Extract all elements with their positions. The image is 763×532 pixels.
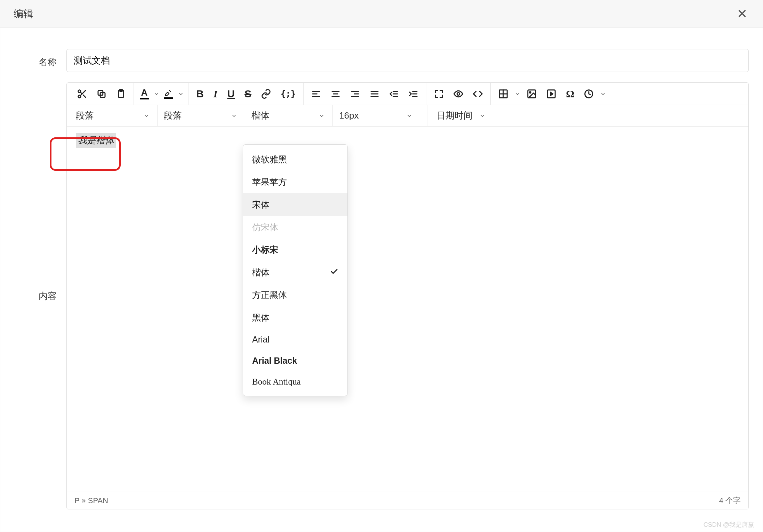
content-label: 内容: [14, 290, 66, 302]
font-option[interactable]: 方正黑体: [243, 284, 347, 306]
font-option[interactable]: Book Antiqua: [243, 371, 347, 392]
toolbar-row-1: A B I U S {;}: [67, 83, 748, 105]
content-row: 内容 A: [14, 82, 749, 509]
align-left-icon[interactable]: [308, 86, 324, 102]
block-format-select-1[interactable]: 段落: [70, 105, 157, 126]
block-format-2-value: 段落: [164, 110, 182, 122]
font-option[interactable]: Arial: [243, 329, 347, 350]
svg-marker-34: [551, 92, 553, 96]
close-icon[interactable]: ✕: [735, 6, 749, 22]
cut-icon[interactable]: [74, 86, 90, 102]
font-size-select[interactable]: 16px: [332, 105, 420, 126]
italic-button[interactable]: I: [210, 86, 221, 102]
font-option-label: Arial Black: [252, 356, 297, 366]
align-justify-icon[interactable]: [366, 86, 383, 102]
font-option[interactable]: 苹果苹方: [243, 171, 347, 193]
font-option[interactable]: 宋体: [243, 193, 347, 216]
preview-icon[interactable]: [450, 86, 467, 102]
special-char-icon[interactable]: Ω: [562, 86, 578, 102]
element-path[interactable]: P » SPAN: [74, 496, 108, 505]
text-color-button[interactable]: A: [138, 86, 151, 102]
font-option-label: 楷体: [252, 267, 270, 278]
block-format-select-2[interactable]: 段落: [157, 105, 245, 126]
modal-title: 编辑: [14, 7, 33, 21]
font-option[interactable]: 小标宋: [243, 239, 347, 261]
editor-content-area[interactable]: 我是楷体: [67, 127, 748, 492]
font-option[interactable]: 微软雅黑: [243, 148, 347, 171]
font-family-value: 楷体: [251, 110, 270, 122]
svg-line-4: [80, 92, 82, 94]
datetime-value: 日期时间: [436, 110, 473, 122]
history-icon[interactable]: [580, 86, 597, 102]
paste-icon[interactable]: [113, 86, 129, 102]
rich-editor: A B I U S {;}: [66, 82, 749, 492]
font-size-value: 16px: [339, 110, 359, 121]
name-row: 名称: [14, 49, 749, 72]
font-option-label: Arial: [252, 334, 270, 345]
align-right-icon[interactable]: [347, 86, 363, 102]
editor-statusbar: P » SPAN 4 个字: [66, 492, 749, 509]
font-family-select[interactable]: 楷体: [245, 105, 332, 126]
media-icon[interactable]: [543, 86, 560, 102]
font-option-label: 宋体: [252, 199, 270, 210]
font-option-label: 仿宋体: [252, 221, 278, 233]
highlight-color-button[interactable]: [162, 86, 175, 102]
table-icon[interactable]: [495, 86, 512, 102]
image-icon[interactable]: [523, 86, 540, 102]
bold-button[interactable]: B: [193, 86, 207, 102]
source-code-icon[interactable]: [469, 86, 486, 102]
modal-titlebar: 编辑 ✕: [0, 0, 763, 28]
datetime-select[interactable]: 日期时间: [427, 105, 493, 126]
font-option-label: 黑体: [252, 312, 270, 323]
fullscreen-icon[interactable]: [431, 86, 447, 102]
check-icon: [330, 267, 338, 278]
font-option-label: Book Antiqua: [252, 377, 301, 387]
table-chevron-icon[interactable]: [513, 86, 522, 102]
font-option[interactable]: 仿宋体: [243, 216, 347, 239]
watermark: CSDN @我是唐赢: [704, 521, 754, 529]
font-option-label: 微软雅黑: [252, 154, 287, 165]
svg-point-32: [530, 91, 531, 93]
font-option[interactable]: Arial Black: [243, 350, 347, 371]
chevron-down-icon: [142, 107, 151, 124]
chevron-down-icon: [317, 107, 326, 124]
indent-icon[interactable]: [405, 86, 422, 102]
chevron-down-icon: [478, 107, 487, 124]
svg-point-27: [457, 92, 460, 95]
outdent-icon[interactable]: [386, 86, 402, 102]
font-option-label: 方正黑体: [252, 289, 287, 301]
underline-button[interactable]: U: [224, 86, 238, 102]
chevron-down-icon: [405, 107, 414, 124]
code-block-button[interactable]: {;}: [277, 86, 299, 102]
font-option[interactable]: 楷体: [243, 261, 347, 284]
font-option-label: 苹果苹方: [252, 176, 287, 188]
name-input[interactable]: [66, 49, 749, 72]
font-family-dropdown: 微软雅黑苹果苹方宋体仿宋体小标宋楷体方正黑体黑体ArialArial Black…: [243, 144, 348, 396]
text-color-chevron-icon[interactable]: [152, 86, 161, 102]
align-center-icon[interactable]: [327, 86, 344, 102]
font-option[interactable]: 黑体: [243, 306, 347, 329]
modal-body: 名称 内容 A: [0, 28, 763, 532]
font-option-label: 小标宋: [252, 244, 278, 256]
strike-button[interactable]: S: [241, 86, 255, 102]
svg-line-3: [83, 95, 86, 97]
copy-icon[interactable]: [93, 86, 110, 102]
history-chevron-icon[interactable]: [599, 86, 608, 102]
block-format-1-value: 段落: [76, 110, 94, 122]
chevron-down-icon: [230, 107, 239, 124]
word-count: 4 个字: [719, 495, 741, 506]
highlight-chevron-icon[interactable]: [176, 86, 185, 102]
edit-modal: 编辑 ✕ 名称 内容: [0, 0, 763, 532]
link-icon[interactable]: [258, 86, 274, 102]
toolbar-row-2: 段落 段落 楷体 16px: [67, 105, 748, 127]
name-label: 名称: [14, 49, 66, 68]
selected-text[interactable]: 我是楷体: [76, 133, 116, 148]
